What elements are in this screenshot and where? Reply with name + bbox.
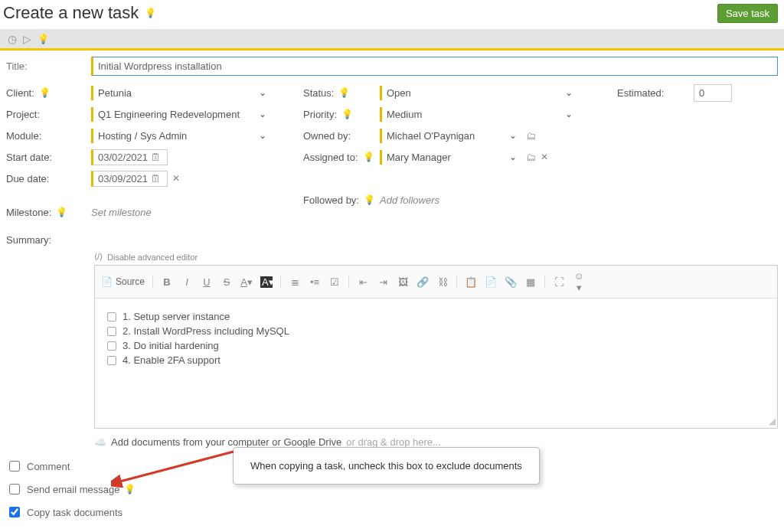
- chevron-down-icon: ⌄: [259, 109, 266, 119]
- owned-by-value: Michael O'Paynigan: [387, 130, 475, 142]
- owned-by-select[interactable]: Michael O'Paynigan ⌄: [380, 129, 521, 143]
- checkbox-icon[interactable]: [107, 312, 116, 321]
- checkbox-icon[interactable]: [107, 356, 116, 365]
- contact-card-icon[interactable]: 🗂: [526, 130, 536, 142]
- status-select[interactable]: Open ⌄: [380, 86, 577, 100]
- project-value: Q1 Engineering Redevelopment: [98, 109, 240, 120]
- client-select[interactable]: Petunia ⌄: [91, 86, 271, 100]
- due-date-input[interactable]: 03/09/2021 🗓: [91, 171, 168, 187]
- start-date-input[interactable]: 03/02/2021 🗓: [91, 149, 168, 165]
- module-label: Module:: [6, 130, 41, 142]
- callout-text: When copying a task, uncheck this box to…: [250, 460, 522, 472]
- play-icon[interactable]: ▷: [23, 33, 31, 45]
- project-label: Project:: [6, 109, 40, 120]
- client-label: Client:: [6, 87, 34, 99]
- calendar-icon[interactable]: 🗓: [151, 152, 161, 163]
- client-value: Petunia: [98, 87, 132, 99]
- code-icon: ⟨/⟩: [94, 252, 103, 262]
- priority-select[interactable]: Medium ⌄: [380, 107, 577, 122]
- estimated-input[interactable]: [694, 84, 732, 102]
- copy-docs-label: Copy task documents: [27, 507, 122, 518]
- milestone-label: Milestone:: [6, 207, 51, 218]
- unlink-icon[interactable]: ⛓: [436, 276, 449, 288]
- title-input[interactable]: [91, 57, 778, 76]
- lightbulb-icon[interactable]: 💡: [338, 87, 350, 98]
- link-icon[interactable]: 🔗: [416, 276, 429, 288]
- checkbox-icon[interactable]: [107, 341, 116, 351]
- due-date-value: 03/09/2021: [98, 173, 148, 184]
- add-followers-link[interactable]: Add followers: [380, 194, 439, 206]
- send-email-checkbox[interactable]: [9, 484, 20, 494]
- table-icon[interactable]: ▦: [524, 276, 537, 288]
- due-date-label: Due date:: [6, 173, 49, 184]
- page-title-text: Create a new task: [3, 3, 139, 23]
- disable-editor-link[interactable]: ⟨/⟩ Disable advanced editor: [94, 252, 778, 262]
- lightbulb-icon[interactable]: 💡: [364, 194, 375, 205]
- indent-icon[interactable]: ⇥: [377, 276, 389, 288]
- owned-by-label: Owned by:: [303, 130, 351, 142]
- summary-editor[interactable]: 1. Setup server instance 2. Install Word…: [94, 299, 778, 429]
- module-value: Hosting / Sys Admin: [98, 130, 187, 142]
- summary-item: 4. Enable 2FA support: [107, 354, 765, 366]
- add-documents-drop[interactable]: ☁️ Add documents from your computer or G…: [94, 436, 778, 448]
- comment-checkbox[interactable]: [9, 461, 20, 472]
- lightbulb-icon[interactable]: 💡: [145, 8, 156, 18]
- bullet-list-icon[interactable]: •≡: [309, 276, 321, 288]
- priority-label: Priority:: [303, 109, 337, 120]
- checkbox-icon[interactable]: [107, 327, 116, 336]
- checkbox-list-icon[interactable]: ☑: [328, 276, 341, 288]
- copy-docs-checkbox-row[interactable]: Copy task documents: [6, 504, 778, 520]
- italic-icon[interactable]: I: [181, 276, 193, 288]
- lightbulb-icon[interactable]: 💡: [56, 207, 67, 217]
- priority-value: Medium: [387, 109, 422, 120]
- cloud-upload-icon: ☁️: [94, 436, 106, 448]
- lightbulb-icon[interactable]: 💡: [363, 152, 374, 162]
- emoji-icon[interactable]: ☺▾: [573, 270, 585, 293]
- chevron-down-icon: ⌄: [565, 109, 573, 119]
- underline-icon[interactable]: U: [201, 276, 213, 288]
- summary-item: 1. Setup server instance: [107, 311, 765, 322]
- outdent-icon[interactable]: ⇤: [357, 276, 369, 288]
- text-color-icon[interactable]: A▾: [240, 276, 253, 288]
- resize-handle-icon[interactable]: ◢: [769, 416, 776, 426]
- chevron-down-icon: ⌄: [509, 152, 517, 162]
- help-callout: When copying a task, uncheck this box to…: [233, 447, 540, 485]
- start-date-label: Start date:: [6, 152, 52, 163]
- attach-icon[interactable]: 📎: [505, 276, 517, 288]
- copy-docs-checkbox[interactable]: [9, 507, 20, 517]
- project-select[interactable]: Q1 Engineering Redevelopment ⌄: [91, 107, 271, 122]
- set-milestone-link[interactable]: Set milestone: [91, 207, 152, 218]
- source-button[interactable]: 📄 Source: [101, 276, 145, 287]
- contact-card-icon[interactable]: 🗂: [526, 152, 536, 163]
- summary-item: 2. Install WordPress including MySQL: [107, 325, 765, 337]
- paste-word-icon[interactable]: 📄: [485, 276, 497, 288]
- paste-icon[interactable]: 📋: [465, 276, 477, 288]
- calendar-icon[interactable]: 🗓: [151, 173, 161, 184]
- image-icon[interactable]: 🖼: [397, 276, 409, 288]
- clock-icon[interactable]: ◷: [8, 33, 17, 45]
- assigned-to-value: Mary Manager: [387, 152, 451, 163]
- add-docs-hint: or drag & drop here...: [346, 436, 441, 448]
- bg-color-icon[interactable]: A▾: [260, 276, 273, 288]
- page-title: Create a new task 💡: [3, 3, 156, 23]
- assigned-to-select[interactable]: Mary Manager ⌄: [380, 150, 521, 165]
- status-value: Open: [387, 87, 411, 99]
- lightbulb-icon[interactable]: 💡: [39, 87, 51, 98]
- save-task-button-top[interactable]: Save task: [717, 4, 778, 23]
- action-iconbar: ◷ ▷ 💡: [0, 29, 784, 51]
- lightbulb-icon[interactable]: 💡: [38, 34, 49, 44]
- lightbulb-icon[interactable]: 💡: [341, 109, 353, 119]
- clear-due-date-icon[interactable]: ✕: [172, 173, 180, 184]
- strikethrough-icon[interactable]: S: [220, 276, 233, 288]
- lightbulb-icon[interactable]: 💡: [124, 484, 136, 494]
- clear-assigned-icon[interactable]: ✕: [541, 152, 548, 162]
- numbered-list-icon[interactable]: ≣: [289, 276, 301, 288]
- fullscreen-icon[interactable]: ⛶: [553, 276, 565, 288]
- estimated-label: Estimated:: [617, 87, 664, 99]
- module-select[interactable]: Hosting / Sys Admin ⌄: [91, 129, 271, 143]
- start-date-value: 03/02/2021: [98, 152, 148, 163]
- followed-by-label: Followed by:: [303, 194, 359, 206]
- bold-icon[interactable]: B: [161, 276, 173, 288]
- chevron-down-icon: ⌄: [259, 87, 266, 98]
- send-email-label: Send email message: [27, 484, 119, 495]
